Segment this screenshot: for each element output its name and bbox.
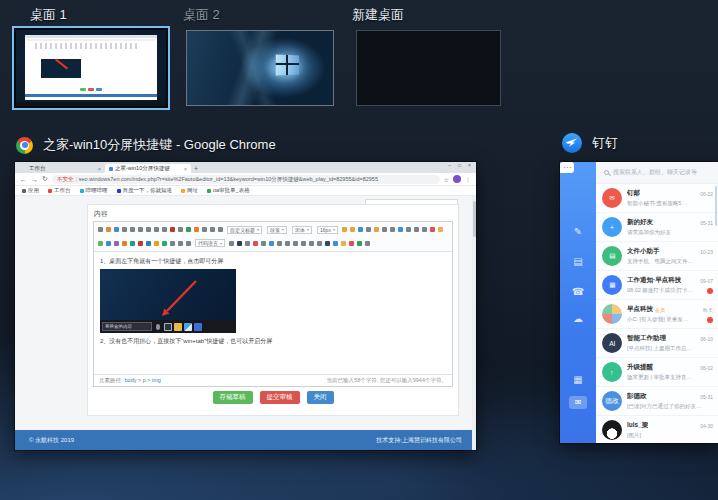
new-desktop-thumbnail[interactable] xyxy=(356,30,501,106)
toolbar-icon xyxy=(414,227,419,232)
dingtalk-window-preview[interactable]: ⋯ ✎ ▤ ☎ ☁ ▦ ✉ 搜索联系人、群组、聊天记录等 ✉ 钉邮 xyxy=(560,162,718,443)
article-step-2: 2、没有也不用担心，直接按下“win+tab”快捷键，也可以开启分屏 xyxy=(100,337,446,346)
bookmark-label: oa审批单_表格 xyxy=(213,187,250,194)
profile-avatar xyxy=(453,175,461,183)
toolbar-icon xyxy=(138,227,143,232)
toolbar-icon xyxy=(261,241,266,246)
page-scrollbar xyxy=(472,196,476,450)
form-button: 提交审核 xyxy=(260,391,300,404)
toolbar-icon xyxy=(210,227,215,232)
toolbar-icon xyxy=(317,241,322,246)
form-buttons: 存储草稿 提交审核 关闭 xyxy=(88,391,458,404)
toolbar-icon xyxy=(154,227,159,232)
chat-avatar: AI xyxy=(602,333,622,353)
chat-list-item: + 新的好友 05-31 请求添加你为好友 xyxy=(596,213,718,242)
toolbar-icon xyxy=(398,227,403,232)
dingtalk-sidebar: ⋯ ✎ ▤ ☎ ☁ ▦ ✉ xyxy=(560,162,596,443)
desktop-3-new-label: 新建桌面 xyxy=(352,6,404,24)
bookmark-label: 应用 xyxy=(28,187,39,194)
bookmark-favicon xyxy=(207,189,211,193)
content-card: 内容 自定义标题 段落 宋体 16px 代码语言 1、桌面左下角就有一个快捷键，… xyxy=(87,204,459,416)
screenshot-taskbar: 要搜索的内容 xyxy=(100,320,236,333)
toolbar-icon xyxy=(98,241,103,246)
paragraph-dropdown: 段落 xyxy=(267,226,287,234)
site-footer: © 永航科技 2019 技术支持:上海慧识科技有限公司 xyxy=(15,430,476,450)
chat-time: 06-10 xyxy=(698,336,713,342)
bookmark-favicon xyxy=(80,189,84,193)
window-controls: – □ × xyxy=(448,162,471,168)
chat-preview: 支持手机、电脑之间文件… xyxy=(627,258,713,265)
chat-list-item: AI 智能工作助理 06-10 [早点科技] 上星期工作总… xyxy=(596,329,718,358)
toolbar-icon xyxy=(106,227,111,232)
chat-texts: luis_梁 04-30 [图片] xyxy=(627,421,713,439)
mini-taskbar xyxy=(16,102,166,106)
chat-name: 新的好友 xyxy=(627,218,653,227)
article-screenshot: 要搜索的内容 xyxy=(100,269,236,333)
cloud-drive-icon: ☁ xyxy=(571,311,585,325)
chat-name: 工作通知·早点科技 xyxy=(627,276,681,285)
toolbar-icon xyxy=(430,227,435,232)
chat-avatar: ↑ xyxy=(602,362,622,382)
toolbar-icon xyxy=(325,241,330,246)
chat-texts: 新的好友 05-31 请求添加你为好友 xyxy=(627,218,713,236)
chat-preview: 版本更新 | 审批单支持直… xyxy=(627,374,713,381)
bookmark-favicon xyxy=(22,189,26,193)
chat-preview: 请求添加你为好友 xyxy=(627,229,713,236)
chrome-window-preview[interactable]: 工作台 × 之家-win10分屏快捷键 × + – □ × ← → ↻ 不安全 … xyxy=(15,162,476,450)
url-text: seo.windows7en.com/index.php?r=site%2Fau… xyxy=(79,176,378,183)
chat-time: 05-31 xyxy=(698,394,713,400)
avatar-glyph: ▦ xyxy=(609,281,615,289)
chat-time: 06-02 xyxy=(698,365,713,371)
search-placeholder: 搜索联系人、群组、聊天记录等 xyxy=(613,168,697,177)
back-icon: ← xyxy=(20,176,27,183)
editor-toolbar: 自定义标题 段落 宋体 16px 代码语言 xyxy=(94,222,452,252)
taskbar-search-box: 要搜索的内容 xyxy=(102,322,152,331)
toolbar-icon xyxy=(357,241,362,246)
dingtalk-window-title[interactable]: 钉钉 xyxy=(562,133,618,153)
element-path-label: 元素路径: xyxy=(99,377,123,383)
heading-dropdown: 自定义标题 xyxy=(227,226,262,234)
toolbar-icon xyxy=(218,227,223,232)
toolbar-icon xyxy=(285,241,290,246)
chat-avatar: ▦ xyxy=(602,275,622,295)
dingtalk-window-title-text: 钉钉 xyxy=(592,134,618,152)
chat-texts: 彭德政 05-31 [已读]对方已通过了你的好友… xyxy=(627,392,713,410)
chat-texts: 智能工作助理 06-10 [早点科技] 上星期工作总… xyxy=(627,334,713,352)
avatar-glyph: 德政 xyxy=(605,396,618,406)
toolbar-icon xyxy=(138,241,143,246)
mini-editor-toolbar xyxy=(35,43,138,49)
bookmark-label: 网址 xyxy=(187,187,198,194)
toolbar-icon xyxy=(178,241,183,246)
separator: | xyxy=(75,176,76,182)
char-count: 当前已输入58个字符, 您还可以输入9944个字符。 xyxy=(327,377,447,384)
chat-preview: [早点科技] 上星期工作总… xyxy=(627,345,713,352)
toolbar-icon xyxy=(170,227,175,232)
toolbar-icon xyxy=(98,227,103,232)
chat-avatar xyxy=(602,420,622,440)
desktop-1-thumbnail[interactable] xyxy=(12,26,170,110)
toolbar-icon xyxy=(366,227,371,232)
toolbar-icon xyxy=(293,241,298,246)
browser-tab-strip: 工作台 × 之家-win10分屏快捷键 × + – □ × xyxy=(15,162,476,173)
dingtalk-icon xyxy=(562,133,582,153)
chat-list-item: luis_梁 04-30 [图片] xyxy=(596,416,718,443)
form-button: 关闭 xyxy=(307,391,334,404)
bookmark-star-icon: ☆ xyxy=(444,176,449,183)
chat-avatar: ✉ xyxy=(602,188,622,208)
chrome-window-title[interactable]: 之家-win10分屏快捷键 - Google Chrome xyxy=(16,136,276,154)
avatar-glyph: ✉ xyxy=(609,194,615,202)
tab-favicon xyxy=(109,167,113,171)
forward-icon: → xyxy=(31,176,38,183)
desktop-2-thumbnail[interactable] xyxy=(186,30,334,106)
mini-submit-button xyxy=(88,88,94,91)
chat-name: 彭德政 xyxy=(627,392,647,401)
chat-texts: 工作通知·早点科技 09-07 08:02 极速打卡成功;打卡… xyxy=(627,276,713,294)
toolbar-icon xyxy=(130,227,135,232)
toolbar-icon xyxy=(365,241,370,246)
red-arrow-annotation xyxy=(140,277,210,321)
chat-time: 04-30 xyxy=(698,423,713,429)
toolbar-icon xyxy=(106,241,111,246)
toolbar-icon xyxy=(122,241,127,246)
mini-article-image xyxy=(41,59,81,78)
bookmark-favicon xyxy=(117,189,121,193)
